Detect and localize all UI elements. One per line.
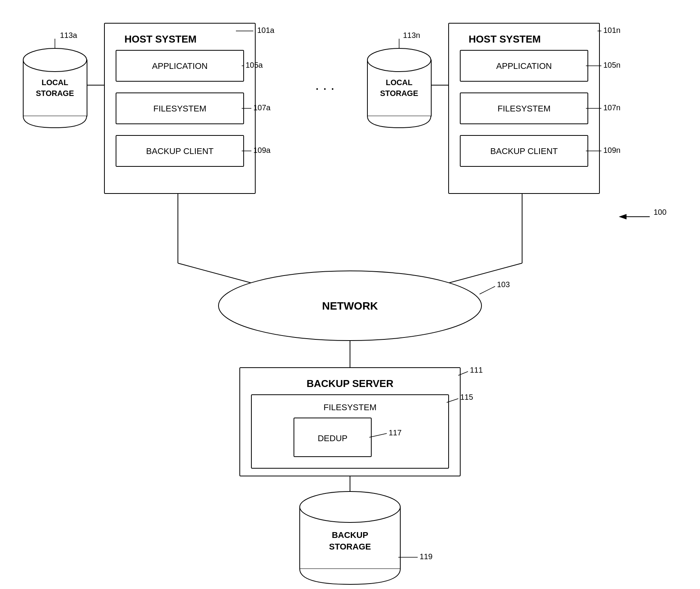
ref-109a: 109a: [253, 146, 271, 154]
network-label: NETWORK: [322, 300, 378, 312]
ref-113a: 113a: [60, 31, 77, 39]
ref-105n: 105n: [603, 61, 621, 69]
left-filesystem-label: FILESYSTEM: [154, 104, 207, 113]
left-application-label: APPLICATION: [152, 61, 208, 71]
dots: · · ·: [315, 80, 335, 96]
backup-storage-label: BACKUP: [332, 530, 368, 540]
left-local-storage-label: LOCAL: [42, 78, 68, 87]
backup-server-label: BACKUP SERVER: [307, 378, 394, 389]
ref-107n: 107n: [603, 103, 621, 112]
backup-storage-label2: STORAGE: [329, 542, 371, 551]
ref-119: 119: [420, 552, 432, 561]
ref-111: 111: [470, 366, 483, 374]
svg-point-28: [367, 48, 431, 72]
ref-115: 115: [460, 393, 473, 401]
ref-117: 117: [389, 428, 401, 437]
ref-113n: 113n: [403, 31, 420, 39]
ref-103: 103: [497, 280, 510, 289]
server-filesystem-label: FILESYSTEM: [324, 402, 377, 412]
right-backup-client-label: BACKUP CLIENT: [490, 146, 558, 156]
svg-point-39: [300, 491, 400, 522]
svg-point-17: [23, 48, 87, 72]
right-filesystem-label: FILESYSTEM: [498, 104, 551, 113]
ref-109n: 109n: [603, 146, 621, 154]
right-local-storage-label: LOCAL: [386, 78, 413, 87]
right-host-label: HOST SYSTEM: [469, 33, 541, 45]
left-local-storage-label2: STORAGE: [36, 89, 74, 98]
ref-107a: 107a: [253, 103, 271, 112]
diagram-container: HOST SYSTEM APPLICATION FILESYSTEM BACKU…: [0, 0, 700, 589]
svg-line-31: [480, 286, 495, 294]
ref-101a: 101a: [257, 26, 275, 34]
ref-101n: 101n: [603, 26, 621, 34]
ref-100: 100: [654, 208, 666, 216]
ref-105a: 105a: [246, 61, 263, 69]
right-application-label: APPLICATION: [496, 61, 552, 71]
right-local-storage-label2: STORAGE: [380, 89, 418, 98]
left-backup-client-label: BACKUP CLIENT: [146, 146, 213, 156]
dedup-label: DEDUP: [318, 433, 347, 443]
left-host-label: HOST SYSTEM: [125, 33, 196, 45]
svg-marker-42: [619, 214, 627, 219]
